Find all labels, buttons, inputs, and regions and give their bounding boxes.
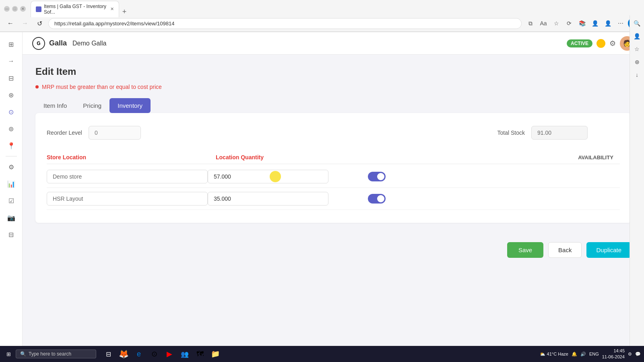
taskbar-weather-text: 41°C Haze [547,352,568,356]
location-qty-header: Location Quantity [216,154,572,160]
tab-pricing[interactable]: Pricing [75,98,109,113]
taskbar-notifications-panel[interactable]: 💬 [635,352,641,357]
sidebar-item-dashboard[interactable]: ⊞ [4,37,19,51]
duplicate-button[interactable]: Duplicate [586,242,631,258]
taskbar-weather-icon: ⛅ [540,352,545,357]
new-tab-button[interactable]: + [119,7,130,17]
tabs-bar: Item Info Pricing Inventory [35,98,631,113]
active-tab[interactable]: Items | Galla GST - Inventory Sof... ✕ [31,1,119,17]
total-stock-input [531,126,588,140]
total-stock-label: Total Stock [497,130,525,136]
sidebar-item-folder[interactable]: ⊟ [4,71,19,85]
taskbar-app-taskview[interactable]: ⊟ [101,348,116,360]
start-button[interactable]: ⊞ [3,350,14,359]
table-row [47,188,620,210]
store-name: Demo Galla [72,40,106,47]
profile-button[interactable]: 👤 [602,18,613,29]
taskbar-volume-icon[interactable]: 🔊 [580,352,586,357]
back-nav-button[interactable]: ← [5,18,16,29]
sidebar-separator [6,156,17,156]
taskbar-app-firefox[interactable]: 🦊 [116,348,131,360]
save-button[interactable]: Save [507,242,543,258]
sidebar-item-users[interactable]: ⊚ [4,121,19,136]
taskbar-date: 11-06-2024 [602,354,625,360]
address-bar[interactable]: https://retail.galla.app/mystorev2/items… [48,18,522,29]
taskbar-settings-icon[interactable]: ⚙ [628,352,632,357]
taskbar-search-placeholder: Type here to search [29,351,71,357]
availability-toggle-col-2 [353,194,401,204]
title-bar: — □ ✕ Items | Galla GST - Inventory Sof.… [0,0,644,15]
location-qty-input-1[interactable] [208,170,328,183]
rs-user-icon[interactable]: 👤 [632,31,643,42]
tab-item-info[interactable]: Item Info [35,98,75,113]
tab-inventory[interactable]: Inventory [109,98,151,113]
app-wrapper: ⊞ → ⊟ ⊛ ⊙ ⊚ 📍 ⚙ 📊 ☑ 📷 ⊟ G Galla Demo Gal… [0,32,644,362]
browser-reading-icon[interactable]: Aa [538,18,549,29]
taskbar-app-chrome[interactable]: ⊙ [147,348,161,360]
tab-favicon [36,6,41,12]
url-text: https://retail.galla.app/mystorev2/items… [54,21,174,27]
browser-sync-icon[interactable]: ⟳ [564,18,575,29]
table-row [47,166,620,188]
app-topbar: G Galla Demo Galla ACTIVE ⚙ 🧑 [23,32,644,55]
total-stock-group: Total Stock [497,126,588,140]
rs-history-icon[interactable]: ⊛ [632,56,643,68]
taskbar-app-teams[interactable]: 👥 [178,348,192,360]
back-button[interactable]: Back [548,242,582,258]
forward-nav-button[interactable]: → [19,18,31,29]
availability-toggle-2[interactable] [368,194,386,204]
error-dot [35,85,39,88]
settings-button[interactable]: ⚙ [609,39,616,48]
taskbar-clock: 14:45 [602,348,625,354]
rs-favorites-icon[interactable]: ☆ [632,43,643,55]
notification-dot[interactable] [597,39,605,48]
taskbar-app-edge[interactable]: e [132,348,146,360]
reorder-level-input[interactable] [89,126,141,140]
reorder-total-row: Reorder Level Total Stock [47,126,620,140]
sidebar-item-reports[interactable]: 📊 [4,177,19,191]
inventory-table: Store Location Location Quantity AVAILAB… [47,151,620,210]
taskbar-app-maps[interactable]: 🗺 [193,348,207,360]
collections-icon[interactable]: 📚 [576,18,588,29]
inventory-table-header: Store Location Location Quantity AVAILAB… [47,151,620,164]
sidebar-item-tags[interactable]: ⊛ [4,88,19,102]
rs-download-icon[interactable]: ↓ [632,69,643,80]
sidebar-item-camera[interactable]: 📷 [4,210,19,225]
store-location-input-2[interactable] [47,192,208,206]
extensions-icon[interactable]: ⧉ [525,18,536,29]
reorder-group: Reorder Level [47,126,141,140]
sidebar-item-items[interactable]: ⊙ [4,105,19,119]
toggle-slider-2 [368,194,386,204]
toggle-slider-1 [368,172,386,181]
browser-menu-button[interactable]: ⋯ [615,18,626,29]
taskbar-apps: ⊟ 🦊 e ⊙ ▶ 👥 🗺 📁 [101,348,223,360]
taskbar-right: ⛅ 41°C Haze 🔔 🔊 ENG 14:45 11-06-2024 ⚙ 💬 [540,348,641,360]
taskbar-time: 14:45 11-06-2024 [602,348,625,360]
location-qty-input-2[interactable] [208,192,328,206]
sidebar-item-checklist[interactable]: ☑ [4,193,19,208]
sidebar-item-table[interactable]: ⊟ [4,227,19,242]
sidebar-item-settings[interactable]: ⚙ [4,160,19,174]
reload-button[interactable]: ↺ [34,18,45,29]
galla-logo-icon: G [32,37,45,50]
availability-header: AVAILABILITY [572,154,620,160]
page-title: Edit Item [35,66,631,77]
store-location-input-1[interactable] [47,170,208,183]
sidebar-item-location[interactable]: 📍 [4,138,19,153]
taskbar-app-youtube[interactable]: ▶ [162,348,177,360]
maximize-button[interactable]: □ [12,6,18,12]
rs-search-icon[interactable]: 🔍 [632,18,643,29]
favorites-icon[interactable]: ☆ [551,18,562,29]
availability-toggle-1[interactable] [368,172,386,181]
minimize-button[interactable]: — [4,6,10,12]
close-button[interactable]: ✕ [20,6,26,12]
more-tools-icon[interactable]: 👤 [589,18,601,29]
taskbar-search-box[interactable]: 🔍 Type here to search [16,350,96,358]
sidebar-item-arrow[interactable]: → [4,54,19,68]
taskbar-app-files[interactable]: 📁 [208,348,223,360]
tab-title: Items | Galla GST - Inventory Sof... [44,4,108,15]
taskbar-notification-icon[interactable]: 🔔 [572,352,577,357]
main-content: G Galla Demo Galla ACTIVE ⚙ 🧑 Edit Item … [23,32,644,362]
active-badge: ACTIVE [567,39,592,47]
tab-close-button[interactable]: ✕ [110,6,114,12]
